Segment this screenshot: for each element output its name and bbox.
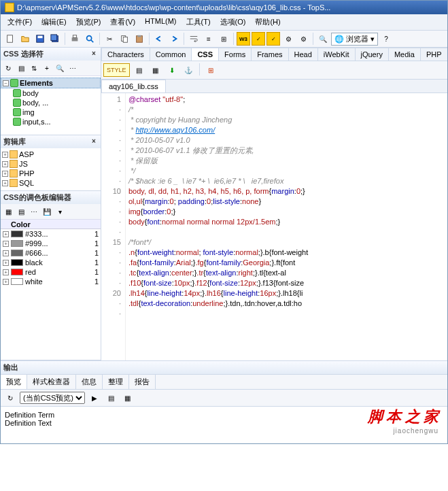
pal-more-icon[interactable]: ▾ <box>54 205 66 218</box>
expand-icon[interactable]: + <box>3 250 9 256</box>
paste-icon[interactable] <box>133 32 146 46</box>
undo-icon[interactable] <box>152 32 166 46</box>
out-refresh-icon[interactable]: ↻ <box>3 391 17 405</box>
et1-icon[interactable]: ▤ <box>133 63 146 77</box>
anchor-down-icon[interactable]: ⬇ <box>165 63 179 77</box>
validate-w3c-icon[interactable]: W3 <box>237 32 250 46</box>
wrap-icon[interactable] <box>187 32 201 46</box>
tab-forms[interactable]: Forms <box>218 48 252 61</box>
sort-icon[interactable]: ⇅ <box>28 62 40 74</box>
tree-item[interactable]: img <box>1 107 101 117</box>
color-row[interactable]: +#999...1 <box>1 239 101 248</box>
save-all-icon[interactable] <box>48 32 62 46</box>
tab-php[interactable]: PHP <box>420 48 447 61</box>
menu-html[interactable]: HTML(M) <box>141 16 180 29</box>
help-icon[interactable]: ? <box>379 32 393 46</box>
tree-item[interactable]: +SQL <box>1 178 101 188</box>
tree-item[interactable]: input,s... <box>1 117 101 126</box>
indent-icon[interactable]: ≡ <box>202 32 216 46</box>
menu-tools[interactable]: 工具(T) <box>182 16 215 29</box>
tab-frames[interactable]: Frames <box>251 48 288 61</box>
expand-icon[interactable]: + <box>3 279 9 285</box>
tree-item[interactable]: +ASP <box>1 150 101 159</box>
output-tab[interactable]: 整理 <box>103 375 129 389</box>
tools2-icon[interactable]: ⚙ <box>296 32 310 46</box>
out-opt2-icon[interactable]: ▦ <box>120 391 134 405</box>
pal-save-icon[interactable]: 💾 <box>41 205 53 218</box>
output-tab[interactable]: 样式检查器 <box>27 375 76 389</box>
tab-characters[interactable]: Characters <box>101 48 150 61</box>
filter-icon[interactable]: ▤ <box>15 62 27 74</box>
add-icon[interactable]: + <box>41 62 53 74</box>
copy-icon[interactable] <box>118 32 131 46</box>
print-icon[interactable] <box>68 32 82 46</box>
output-tab[interactable]: 预览 <box>1 375 27 389</box>
menu-view[interactable]: 查看(V) <box>106 16 139 29</box>
opts-icon[interactable]: ⋯ <box>67 62 79 74</box>
preview-icon[interactable] <box>83 32 97 46</box>
find-icon[interactable]: 🔍 <box>316 32 330 46</box>
output-tab[interactable]: 报告 <box>129 375 156 389</box>
pal2-icon[interactable]: ▤ <box>15 205 27 218</box>
expand-icon[interactable]: + <box>3 269 9 275</box>
cut-icon[interactable]: ✂ <box>103 32 116 46</box>
collapse-icon[interactable]: − <box>3 80 9 86</box>
grid-icon[interactable]: ⊞ <box>204 63 218 77</box>
save-icon[interactable] <box>33 32 47 46</box>
tree-item[interactable]: +JS <box>1 159 101 169</box>
browser-combo[interactable]: 🌐 浏览器 ▾ <box>331 33 378 46</box>
menu-options[interactable]: 选项(O) <box>216 16 250 29</box>
tab-media[interactable]: Media <box>388 48 421 61</box>
tree-item[interactable]: body <box>1 88 101 98</box>
find-sel-icon[interactable]: 🔍 <box>54 62 66 74</box>
expand-icon[interactable]: + <box>2 161 8 167</box>
preview-select[interactable]: (当前CSS预览) <box>20 392 85 404</box>
tab-iwebkit[interactable]: iWebKit <box>317 48 356 61</box>
tab-common[interactable]: Common <box>150 48 192 61</box>
pal1-icon[interactable]: ▦ <box>2 205 14 218</box>
color-row[interactable]: +#333...1 <box>1 229 101 239</box>
color-row[interactable]: +black1 <box>1 258 101 267</box>
expand-icon[interactable]: + <box>2 171 8 177</box>
redo-icon[interactable] <box>167 32 181 46</box>
tools1-icon[interactable]: ⚙ <box>281 32 295 46</box>
menu-file[interactable]: 文件(F) <box>3 16 36 29</box>
expand-icon[interactable]: + <box>3 260 9 266</box>
tab-head[interactable]: Head <box>288 48 318 61</box>
tab-jquery[interactable]: jQuery <box>355 48 389 61</box>
et2-icon[interactable]: ▦ <box>149 63 162 77</box>
tree-item[interactable]: body, ... <box>1 98 101 107</box>
expand-icon[interactable]: + <box>2 152 8 158</box>
menu-preview[interactable]: 预览(P) <box>72 16 105 29</box>
open-file-icon[interactable] <box>18 32 32 46</box>
anchor-icon[interactable]: ⚓ <box>182 63 195 77</box>
color-row[interactable]: +white1 <box>1 277 101 286</box>
tab-script[interactable]: Script <box>447 48 448 61</box>
close-icon[interactable]: × <box>90 50 98 58</box>
menu-help[interactable]: 帮助(H) <box>251 16 284 29</box>
code-editor[interactable]: @charset "utf-8";/* * copyright by Huang… <box>126 93 447 360</box>
color-row[interactable]: +red1 <box>1 267 101 277</box>
validate-html-icon[interactable]: ✓ <box>252 32 265 46</box>
out-go-icon[interactable]: ▶ <box>88 391 101 405</box>
validate-css-icon[interactable]: ✓ <box>266 32 280 46</box>
output-tab[interactable]: 信息 <box>76 375 103 389</box>
preview-line: Definition Term <box>5 411 443 419</box>
toggle-icon[interactable]: ⊞ <box>217 32 230 46</box>
refresh-icon[interactable]: ↻ <box>2 62 14 74</box>
tree-root[interactable]: −Elements <box>1 78 101 88</box>
expand-icon[interactable]: + <box>2 180 8 186</box>
style-badge-icon[interactable]: STYLE <box>103 63 130 77</box>
new-file-icon[interactable] <box>3 32 17 46</box>
tab-css[interactable]: CSS <box>191 48 219 61</box>
file-tab[interactable]: aqy106_lib.css <box>101 80 166 92</box>
menu-edit[interactable]: 编辑(E) <box>37 16 71 29</box>
out-opt1-icon[interactable]: ▤ <box>104 391 118 405</box>
pal-opts-icon[interactable]: ⋯ <box>28 205 40 218</box>
tree-item[interactable]: +PHP <box>1 169 101 178</box>
css-selectors-panel: CSS 选择符× ↻ ▤ ⇅ + 🔍 ⋯ −Elements bodybody,… <box>1 48 101 135</box>
expand-icon[interactable]: + <box>3 241 9 247</box>
close-icon[interactable]: × <box>90 138 98 146</box>
color-row[interactable]: +#666...1 <box>1 248 101 258</box>
expand-icon[interactable]: + <box>3 231 9 237</box>
